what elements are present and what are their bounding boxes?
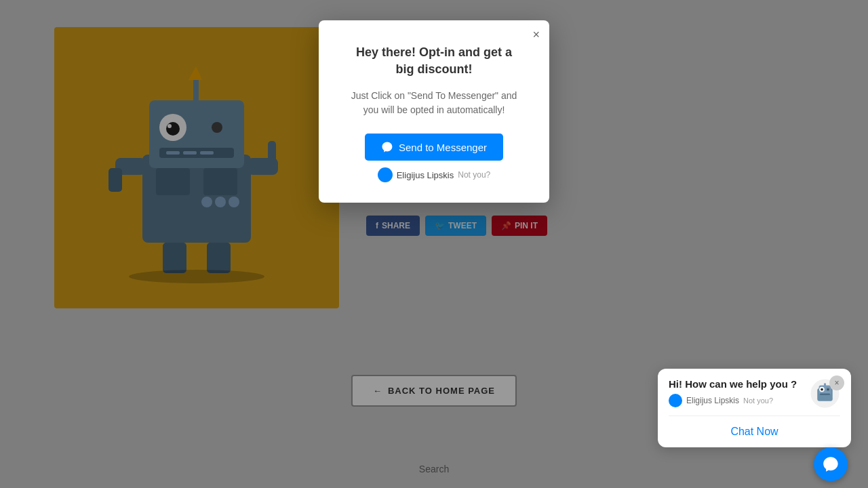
modal-user-row: Eligijus Lipskis Not you? [346,167,522,182]
modal-close-button[interactable]: × [532,28,540,41]
opt-in-modal: × Hey there! Opt-in and get a big discou… [319,20,549,203]
svg-point-30 [821,388,823,391]
chat-now-button[interactable]: Chat Now [658,416,851,447]
chat-widget-header: Hi! How can we help you ? Eligijus Lipsk… [658,369,851,415]
chat-close-button[interactable]: × [829,375,844,390]
chat-widget: × Hi! How can we help you ? Eligijus Lip… [658,369,851,447]
chat-user-row: Eligijus Lipskis Not you? [669,394,804,407]
modal-not-you[interactable]: Not you? [458,170,490,180]
svg-rect-28 [824,384,826,388]
chat-avatar [669,394,682,407]
chat-widget-info: Hi! How can we help you ? Eligijus Lipsk… [669,378,804,407]
send-to-messenger-button[interactable]: Send to Messenger [365,134,503,161]
svg-rect-33 [820,394,830,395]
chat-not-you[interactable]: Not you? [743,396,773,405]
send-messenger-label: Send to Messenger [399,142,487,153]
chat-greeting: Hi! How can we help you ? [669,378,804,390]
modal-avatar [378,167,393,182]
modal-user-name: Eligijus Lipskis [397,170,454,180]
chat-username: Eligijus Lipskis [686,396,739,405]
modal-title: Hey there! Opt-in and get a big discount… [346,44,522,78]
svg-point-32 [827,388,829,390]
messenger-fab-button[interactable] [814,447,848,481]
modal-subtitle: Just Click on "Send To Messenger" and yo… [346,89,522,117]
